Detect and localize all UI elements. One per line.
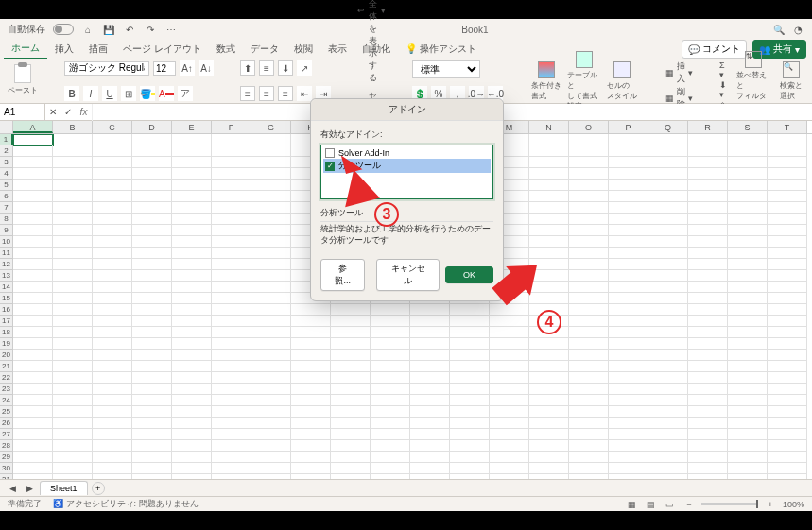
cell-R11[interactable]: [688, 248, 728, 259]
cell-G25[interactable]: [251, 406, 291, 418]
cell-S18[interactable]: [728, 327, 768, 338]
font-size-select[interactable]: [153, 61, 176, 76]
cell-F5[interactable]: [212, 180, 251, 191]
cell-Q11[interactable]: [648, 248, 688, 259]
cell-A20[interactable]: [13, 350, 53, 361]
cell-M21[interactable]: [490, 361, 529, 372]
cell-N6[interactable]: [529, 191, 569, 202]
bold-button[interactable]: B: [64, 86, 79, 101]
cell-F15[interactable]: [212, 293, 251, 304]
cell-L28[interactable]: [450, 440, 490, 452]
cell-A30[interactable]: [13, 463, 53, 474]
cell-R31[interactable]: [688, 474, 728, 479]
cell-A2[interactable]: [13, 145, 53, 157]
cell-S5[interactable]: [728, 180, 768, 191]
find-select-button[interactable]: 🔍検索と 選択: [774, 61, 808, 101]
cell-N9[interactable]: [529, 225, 569, 236]
cell-N8[interactable]: [529, 214, 569, 225]
cancel-formula-icon[interactable]: ✕: [45, 105, 60, 120]
cell-F17[interactable]: [212, 316, 251, 327]
cell-M24[interactable]: [490, 395, 529, 406]
row-header-7[interactable]: 7: [0, 202, 13, 214]
cell-P12[interactable]: [609, 259, 648, 270]
cell-C24[interactable]: [93, 395, 132, 406]
row-header-3[interactable]: 3: [0, 157, 13, 168]
cell-R28[interactable]: [688, 440, 728, 452]
cell-N4[interactable]: [529, 168, 569, 180]
cell-O6[interactable]: [569, 191, 609, 202]
cell-A21[interactable]: [13, 361, 53, 372]
cell-O18[interactable]: [569, 327, 609, 338]
cell-T30[interactable]: [768, 463, 807, 474]
cell-E29[interactable]: [172, 452, 212, 463]
cell-G13[interactable]: [251, 270, 291, 282]
cell-N14[interactable]: [529, 282, 569, 293]
cell-P28[interactable]: [609, 440, 648, 452]
cell-G12[interactable]: [251, 259, 291, 270]
cell-F25[interactable]: [212, 406, 251, 418]
cell-E17[interactable]: [172, 316, 212, 327]
cell-Q8[interactable]: [648, 214, 688, 225]
col-header-F[interactable]: F: [212, 121, 251, 133]
notification-icon[interactable]: ◔: [791, 23, 804, 36]
cell-R30[interactable]: [688, 463, 728, 474]
cell-S7[interactable]: [728, 202, 768, 214]
number-format-select[interactable]: 標準: [412, 60, 480, 78]
cell-Q15[interactable]: [648, 293, 688, 304]
align-bottom-icon[interactable]: ⬇: [278, 60, 293, 76]
cell-K22[interactable]: [410, 372, 450, 384]
cell-N30[interactable]: [529, 463, 569, 474]
cell-P29[interactable]: [609, 452, 648, 463]
font-name-select[interactable]: [64, 61, 149, 76]
cell-N3[interactable]: [529, 157, 569, 168]
tab-draw[interactable]: 描画: [81, 40, 115, 59]
cell-P27[interactable]: [609, 429, 648, 440]
cell-E22[interactable]: [172, 372, 212, 384]
cell-T18[interactable]: [768, 327, 807, 338]
cell-O31[interactable]: [569, 474, 609, 479]
cell-J20[interactable]: [371, 350, 410, 361]
cell-T9[interactable]: [768, 225, 807, 236]
cell-R2[interactable]: [688, 145, 728, 157]
cell-E1[interactable]: [172, 134, 212, 145]
cell-T26[interactable]: [768, 418, 807, 429]
redo-icon[interactable]: ↷: [144, 23, 157, 36]
cell-A1[interactable]: [13, 134, 53, 145]
cell-O14[interactable]: [569, 282, 609, 293]
cell-R1[interactable]: [688, 134, 728, 145]
cell-E31[interactable]: [172, 474, 212, 479]
cell-R16[interactable]: [688, 304, 728, 316]
cell-K27[interactable]: [410, 429, 450, 440]
cell-S23[interactable]: [728, 384, 768, 395]
cell-P1[interactable]: [609, 134, 648, 145]
cell-S25[interactable]: [728, 406, 768, 418]
cell-Q31[interactable]: [648, 474, 688, 479]
cell-I27[interactable]: [331, 429, 371, 440]
cell-B27[interactable]: [53, 429, 93, 440]
border-button[interactable]: ⊞: [121, 86, 136, 101]
cell-J23[interactable]: [371, 384, 410, 395]
cell-D19[interactable]: [132, 338, 172, 350]
cell-S8[interactable]: [728, 214, 768, 225]
cell-T22[interactable]: [768, 372, 807, 384]
cell-K31[interactable]: [410, 474, 450, 479]
cell-N26[interactable]: [529, 418, 569, 429]
cell-N13[interactable]: [529, 270, 569, 282]
cell-Q25[interactable]: [648, 406, 688, 418]
cell-D20[interactable]: [132, 350, 172, 361]
cell-T8[interactable]: [768, 214, 807, 225]
cell-A9[interactable]: [13, 225, 53, 236]
cell-F1[interactable]: [212, 134, 251, 145]
cell-D17[interactable]: [132, 316, 172, 327]
cell-G22[interactable]: [251, 372, 291, 384]
cell-H25[interactable]: [291, 406, 331, 418]
cell-G24[interactable]: [251, 395, 291, 406]
cell-Q6[interactable]: [648, 191, 688, 202]
cell-H22[interactable]: [291, 372, 331, 384]
cell-S3[interactable]: [728, 157, 768, 168]
cell-H18[interactable]: [291, 327, 331, 338]
cell-J18[interactable]: [371, 327, 410, 338]
cell-C18[interactable]: [93, 327, 132, 338]
col-header-Q[interactable]: Q: [648, 121, 688, 133]
cell-N20[interactable]: [529, 350, 569, 361]
